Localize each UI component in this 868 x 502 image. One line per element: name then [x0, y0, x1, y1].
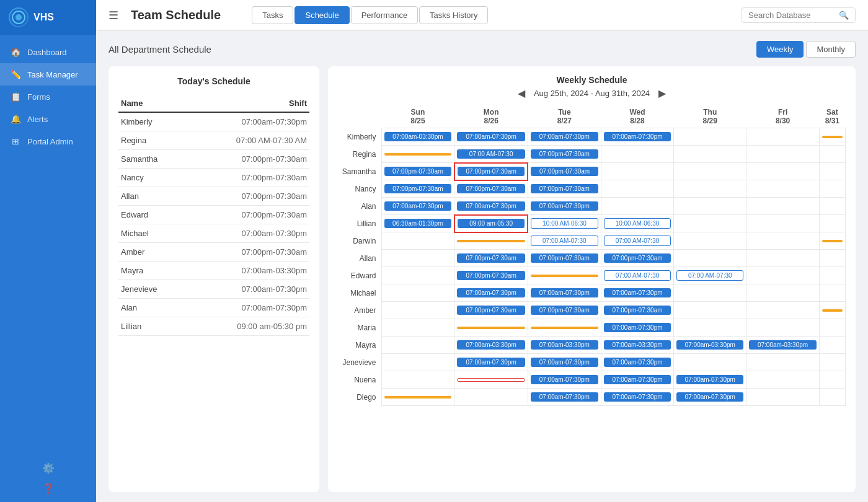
content-area: All Department Schedule Weekly Monthly T… [96, 31, 868, 502]
shift-cell: 07:00am-07:30pm [454, 198, 528, 215]
prev-week-arrow[interactable]: ◀ [518, 87, 525, 99]
shift-cell: 07:00am-07:30pm [454, 354, 528, 371]
shift-cell [746, 232, 819, 250]
weekly-row: Kimberly07:00am-03:30pm07:00am-07:30pm07… [338, 128, 846, 146]
shift-cell [381, 232, 454, 250]
shift-cell: 07:00pm-07:30am [186, 169, 309, 187]
shift-cell [381, 337, 454, 354]
shift-cell [674, 163, 746, 180]
shift-cell: 10:00 AM-06:30 [601, 215, 673, 232]
shift-cell: 07:00pm-07:30am [601, 250, 673, 267]
menu-icon[interactable]: ☰ [108, 9, 118, 22]
weekly-date-range: Aug 25th, 2024 - Aug 31th, 2024 [534, 89, 650, 98]
settings-icon[interactable]: ⚙️ [42, 462, 55, 474]
sidebar-item-dashboard[interactable]: 🏠 Dashboard [0, 41, 96, 63]
shift-cell: 07:00 AM-07:30 [528, 232, 601, 250]
weekly-schedule-label: Weekly Schedule [338, 75, 846, 85]
tab-performance[interactable]: Performance [351, 6, 418, 24]
shift-cell: 07:00 AM-07:30 [674, 267, 746, 284]
name-cell: Regina [118, 131, 186, 150]
shift-cell: 07:00am-07:30pm [528, 354, 601, 371]
view-toggle: Weekly Monthly [756, 41, 856, 58]
day-header-sun: Sun8/25 [381, 105, 454, 128]
person-name: Kimberly [338, 128, 381, 146]
shift-cell [674, 180, 746, 198]
sidebar-label-dashboard: Dashboard [27, 48, 67, 57]
section-title: All Department Schedule [108, 44, 211, 55]
task-icon: ✏️ [10, 69, 21, 79]
person-name: Lillian [338, 215, 381, 232]
weekly-view-btn[interactable]: Weekly [756, 41, 804, 58]
shift-cell: 07:00am-07:30pm [454, 284, 528, 302]
tab-tasks-history[interactable]: Tasks History [419, 6, 488, 24]
shift-cell [746, 319, 819, 337]
name-cell: Amber [118, 243, 186, 262]
shift-cell: 07:00am-03:30pm [746, 337, 819, 354]
shift-cell [819, 250, 845, 267]
shift-cell [674, 354, 746, 371]
person-name: Amber [338, 302, 381, 319]
name-cell: Michael [118, 224, 186, 243]
sidebar-item-task-manager[interactable]: ✏️ Task Manager [0, 63, 96, 86]
shift-cell: 07:00pm-07:30am [601, 302, 673, 319]
shift-cell [819, 180, 845, 198]
shift-cell [454, 319, 528, 337]
shift-cell: 07:00am-07:30pm [601, 354, 673, 371]
shift-cell: 07:00am-07:30pm [528, 389, 601, 406]
shift-cell [674, 319, 746, 337]
shift-cell: 07:00am-07:30pm [528, 371, 601, 389]
monthly-view-btn[interactable]: Monthly [806, 41, 856, 58]
sidebar-item-forms[interactable]: 📋 Forms [0, 86, 96, 108]
shift-cell: 07:00am-07:30pm [601, 371, 673, 389]
shift-cell: 07:00am-03:30pm [381, 128, 454, 146]
shift-cell: 07:00am-03:30pm [528, 337, 601, 354]
shift-cell [746, 163, 819, 180]
shift-cell: 07:00pm-07:30am [454, 302, 528, 319]
content-header: All Department Schedule Weekly Monthly [108, 41, 856, 58]
shift-cell: 07:00pm-07:30am [528, 302, 601, 319]
shift-cell: 07:00am-07:30pm [674, 389, 746, 406]
help-icon[interactable]: ❓ [42, 483, 55, 495]
shift-cell [601, 163, 673, 180]
shift-cell: 09:00 am-05:30 pm [186, 317, 309, 336]
sidebar-item-alerts[interactable]: 🔔 Alerts [0, 108, 96, 130]
name-cell: Mayra [118, 262, 186, 280]
shift-cell [454, 371, 528, 389]
panels: Today's Schedule Name Shift Kimberly07:0… [108, 66, 856, 492]
shift-cell: 07:00pm-07:30am [381, 163, 454, 180]
weekly-row: Darwin07:00 AM-07:3007:00 AM-07:30 [338, 232, 846, 250]
shift-cell: 07:00pm-07:30am [186, 206, 309, 224]
person-name: Samantha [338, 163, 381, 180]
person-name: Mayra [338, 337, 381, 354]
tab-schedule[interactable]: Schedule [294, 6, 349, 24]
shift-cell [381, 267, 454, 284]
next-week-arrow[interactable]: ▶ [658, 87, 666, 99]
day-header-tue: Tue8/27 [528, 105, 601, 128]
person-name: Michael [338, 284, 381, 302]
shift-cell [746, 215, 819, 232]
shift-cell [381, 146, 454, 163]
search-input[interactable] [748, 11, 835, 20]
tab-tasks[interactable]: Tasks [252, 6, 293, 24]
today-schedule-panel: Today's Schedule Name Shift Kimberly07:0… [108, 66, 319, 492]
table-row: Lillian09:00 am-05:30 pm [118, 317, 309, 336]
shift-cell [819, 128, 845, 146]
name-cell: Samantha [118, 150, 186, 169]
app-name: VHS [33, 12, 54, 23]
shift-cell: 07:00am-07:30pm [186, 299, 309, 317]
shift-cell: 07:00pm-07:30am [454, 267, 528, 284]
person-name: Nuena [338, 371, 381, 389]
shift-cell: 07:00pm-07:30am [186, 243, 309, 262]
person-name: Edward [338, 267, 381, 284]
shift-cell: 07:00am-03:30pm [674, 337, 746, 354]
shift-cell: 07:00 AM-07:30 AM [186, 131, 309, 150]
shift-cell [819, 371, 845, 389]
shift-cell [601, 180, 673, 198]
shift-cell: 07:00pm-07:30am [454, 180, 528, 198]
shift-cell: 07:00am-07:30pm [186, 224, 309, 243]
shift-cell [674, 146, 746, 163]
shift-cell: 07:00am-07:30pm [454, 128, 528, 146]
shift-cell [746, 389, 819, 406]
weekly-row: Maria07:00am-07:30pm [338, 319, 846, 337]
sidebar-item-portal-admin[interactable]: ⊞ Portal Admin [0, 130, 96, 152]
